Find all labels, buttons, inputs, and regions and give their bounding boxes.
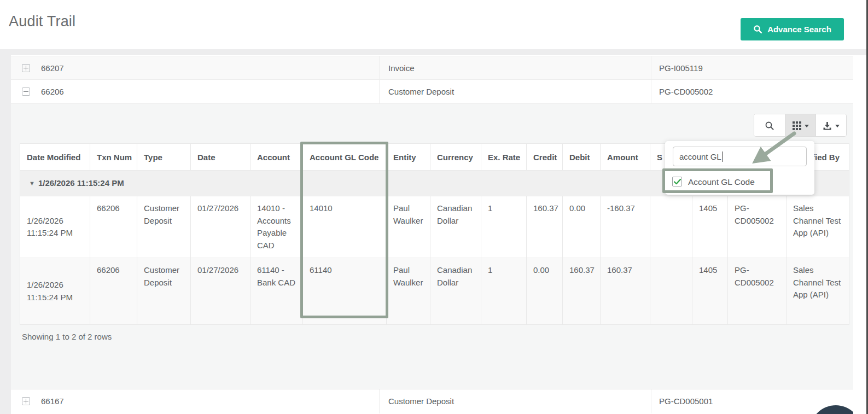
cell-modified-by: Sales Channel Test App (API) bbox=[787, 196, 849, 258]
table-row: 66167 Customer Deposit PG-CD005001 bbox=[11, 389, 853, 413]
checkbox-checked[interactable] bbox=[672, 177, 682, 186]
detail-search-button[interactable] bbox=[754, 114, 785, 137]
text-cursor bbox=[722, 151, 723, 162]
expand-plus-icon[interactable] bbox=[22, 397, 30, 405]
cell-currency: Canadian Dollar bbox=[430, 196, 481, 258]
cell-date-modified: 1/26/2026 11:15:24 PM bbox=[20, 196, 90, 258]
column-divider bbox=[651, 56, 651, 79]
col-header[interactable]: Type bbox=[137, 144, 191, 171]
cell-account-gl-code: 14010 bbox=[303, 196, 387, 258]
check-icon bbox=[674, 179, 681, 185]
collapse-triangle-icon bbox=[29, 171, 35, 196]
cell-account: 14010 - Accounts Payable CAD bbox=[251, 196, 303, 258]
column-filter-value: account GL bbox=[679, 152, 721, 161]
caret-down-icon bbox=[805, 125, 809, 127]
cell-txn-num: 66206 bbox=[90, 196, 137, 258]
cell-date: 01/27/2026 bbox=[191, 258, 251, 325]
advance-search-label: Advance Search bbox=[767, 25, 831, 34]
top-header-bar: Audit Trail Advance Search bbox=[0, 0, 866, 49]
txn-type: Customer Deposit bbox=[388, 389, 454, 413]
col-header[interactable]: Debit bbox=[563, 144, 601, 171]
detail-toolbar bbox=[754, 114, 847, 137]
col-header[interactable]: Ex. Rate bbox=[481, 144, 527, 171]
cell-debit: 160.37 bbox=[563, 258, 601, 325]
col-header[interactable]: Currency bbox=[430, 144, 481, 171]
cell-entity: Paul Waulker bbox=[387, 258, 430, 325]
cell-currency: Canadian Dollar bbox=[430, 258, 481, 325]
cell-txn-num: 66206 bbox=[90, 258, 137, 325]
search-icon bbox=[753, 25, 762, 34]
cell-type: Customer Deposit bbox=[137, 196, 191, 258]
txn-num: 66206 bbox=[41, 80, 64, 103]
cell-account-gl-code: 61140 bbox=[303, 258, 387, 325]
columns-toggle-button[interactable] bbox=[785, 114, 815, 137]
columns-grid-icon bbox=[793, 121, 801, 130]
column-option-label: Account GL Code bbox=[688, 170, 755, 195]
col-header[interactable]: Date bbox=[191, 144, 251, 171]
group-label: 1/26/2026 11:15:24 PM bbox=[38, 178, 124, 188]
header-separator-band bbox=[0, 49, 866, 55]
page-left-margin bbox=[0, 55, 11, 414]
txn-type: Invoice bbox=[388, 56, 415, 80]
col-header[interactable]: Amount bbox=[601, 144, 650, 171]
detail-row: 1/26/2026 11:15:24 PM 66206 Customer Dep… bbox=[20, 196, 849, 258]
cell-doc-num: PG-CD005002 bbox=[728, 196, 787, 258]
collapse-minus-icon[interactable] bbox=[22, 88, 30, 96]
cell-date: 01/27/2026 bbox=[191, 196, 251, 258]
col-header[interactable]: Date Modified bbox=[20, 144, 90, 171]
page-title: Audit Trail bbox=[9, 13, 75, 30]
audit-trail-page: Audit Trail Advance Search 66207 Invoice… bbox=[0, 0, 868, 414]
cell-amount: -160.37 bbox=[601, 196, 650, 258]
expand-plus-icon[interactable] bbox=[22, 64, 30, 72]
column-divider bbox=[379, 389, 380, 413]
txn-type: Customer Deposit bbox=[388, 80, 454, 103]
column-filter-input[interactable]: account GL bbox=[673, 147, 807, 166]
caret-down-icon bbox=[835, 125, 840, 127]
column-divider bbox=[651, 80, 651, 103]
cell-ex-rate: 1 bbox=[481, 258, 527, 325]
col-header[interactable]: Account bbox=[251, 144, 303, 171]
col-header[interactable]: Entity bbox=[387, 144, 430, 171]
table-row: 66206 Customer Deposit PG-CD005002 bbox=[11, 80, 853, 104]
page-right-margin bbox=[853, 55, 866, 414]
cell-account: 61140 - Bank CAD bbox=[251, 258, 303, 325]
cell-modified-by: Sales Channel Test App (API) bbox=[787, 258, 849, 325]
detail-row: 1/26/2026 11:15:24 PM 66206 Customer Dep… bbox=[20, 258, 849, 325]
txn-num: 66167 bbox=[41, 389, 64, 413]
doc-num: PG-I005119 bbox=[659, 56, 703, 80]
cell-debit: 0.00 bbox=[563, 196, 601, 258]
table-row: 66207 Invoice PG-I005119 bbox=[11, 56, 853, 80]
expanded-detail-panel: Date Modified Txn Num Type Date Account … bbox=[11, 104, 853, 389]
doc-num: PG-CD005001 bbox=[659, 389, 713, 413]
cell-extra-2: 1405 bbox=[692, 196, 728, 258]
columns-dropdown-panel: account GL Account GL Code bbox=[665, 141, 814, 195]
column-divider bbox=[379, 80, 380, 103]
cell-entity: Paul Waulker bbox=[387, 196, 430, 258]
col-header[interactable]: Txn Num bbox=[90, 144, 137, 171]
cell-extra-1 bbox=[650, 196, 692, 258]
doc-num: PG-CD005002 bbox=[659, 80, 713, 103]
cell-credit: 160.37 bbox=[527, 196, 563, 258]
export-button[interactable] bbox=[815, 114, 846, 137]
cell-doc-num: PG-CD005002 bbox=[728, 258, 787, 325]
cell-type: Customer Deposit bbox=[137, 258, 191, 325]
column-divider bbox=[379, 56, 380, 79]
cell-ex-rate: 1 bbox=[481, 196, 527, 258]
audit-table-card: 66207 Invoice PG-I005119 66206 Customer … bbox=[11, 55, 853, 414]
col-header[interactable]: Account GL Code bbox=[303, 144, 387, 171]
cell-credit: 0.00 bbox=[527, 258, 563, 325]
col-header[interactable]: Credit bbox=[527, 144, 563, 171]
cell-date-modified: 1/26/2026 11:15:24 PM bbox=[20, 258, 90, 325]
column-divider bbox=[651, 389, 651, 413]
column-option-account-gl-code[interactable]: Account GL Code bbox=[665, 170, 814, 195]
advance-search-button[interactable]: Advance Search bbox=[741, 18, 844, 40]
cell-extra-1 bbox=[650, 258, 692, 325]
cell-extra-2: 1405 bbox=[692, 258, 728, 325]
cell-amount: 160.37 bbox=[601, 258, 650, 325]
search-icon bbox=[765, 121, 774, 131]
pagination-info: Showing 1 to 2 of 2 rows bbox=[22, 332, 112, 341]
export-download-icon bbox=[823, 121, 832, 131]
txn-num: 66207 bbox=[41, 56, 64, 80]
